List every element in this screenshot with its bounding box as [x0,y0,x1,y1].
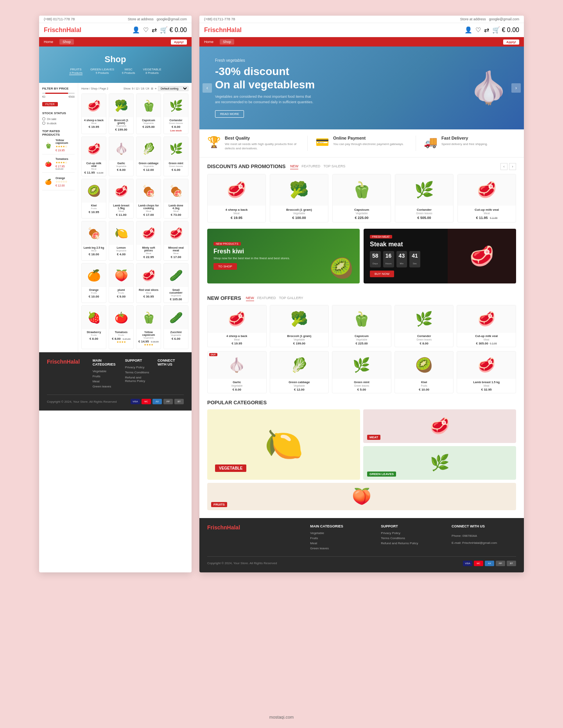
nav-shop[interactable]: Shop [59,39,74,45]
compare-icon-r[interactable]: ⇄ [484,26,489,34]
list-icon[interactable]: ≡ [155,87,156,90]
nav-home[interactable]: Home [44,40,53,44]
footer-privacy[interactable]: Privacy Policy [125,366,151,369]
discounts-prev[interactable]: ‹ [500,163,507,170]
footer-r-meat[interactable]: Meat [310,542,375,545]
user-icon[interactable]: 👤 [132,26,140,34]
offer-card-5[interactable]: 🥩 Cut-up milk veal Meat € 305.00 € 2.98 [457,305,516,347]
product-card-capsicum[interactable]: 🫑 Capsicum Vegetable € 225.00 [136,93,161,134]
product-card-minty[interactable]: 🥩 Minty soft pieces Meat € 22.95 [136,221,161,261]
product-card-zucchini[interactable]: 🥒 Zucchini Vegetable € 6.00 [163,305,188,349]
offer-card-r2-5[interactable]: 🥩 Lamb breast 1.5 kg Meat € 32.95 [457,351,516,393]
user-icon-r[interactable]: 👤 [464,26,472,34]
product-card-broccoli[interactable]: 🥦 Broccoli (1 gram) Vegetable € 199.00 [109,93,134,134]
offers-tab-gallery[interactable]: TOP GALLERY [279,295,303,301]
product-card-strawberry[interactable]: 77% 🍓 Strawberry Fruits € 8.00 [81,305,106,349]
cart-icon-r[interactable]: 🛒 € 0.00 [492,26,519,34]
nav-home-r[interactable]: Home [204,40,213,44]
offer-card-r2-2[interactable]: 🥬 Green cabbage Vegetable € 12.00 [270,351,329,393]
offer-card-4[interactable]: 🌿 Coriander Green leaves € 8.00 [394,305,454,347]
offer-card-r2-3[interactable]: 🌿 Green mint Green leaves € 5.00 [332,351,391,393]
product-card-green-cabbage[interactable]: 🥬 Green cabbage Vegetable € 12.00 [136,136,161,176]
discount-tab-new[interactable]: NEW [290,163,298,169]
product-card-lamb-breast[interactable]: 🥩 Lamb breast 1.5kg Meat € 11.00 [109,179,134,219]
hero-prev-btn[interactable]: ‹ [203,83,212,93]
steak-buy-btn[interactable]: BUY NOW [370,271,394,277]
product-card-sheep-back[interactable]: 🥩 4 sheep a back Meat € 19.95 [81,93,106,134]
offers-tab-new[interactable]: NEW [246,295,254,301]
footer-r-green[interactable]: Green leaves [310,547,375,550]
stock-radio-sale[interactable] [42,117,45,120]
disc-card-1[interactable]: 🥩 4 sheep a back Meat € 19.95 [207,174,266,222]
product-card-lamb-chops[interactable]: 🍖 Lamb chops for cooking Meat € 17.00 [136,179,161,219]
discounts-next[interactable]: › [509,163,516,170]
footer-link-meat[interactable]: Meat [93,380,119,383]
footer-link-green[interactable]: Green leaves [93,385,119,388]
filter-button[interactable]: FILTER [42,102,58,106]
product-card-orange2[interactable]: 🍊 Orange Fruits € 10.00 [81,263,106,303]
cat-tab-veg[interactable]: VEGETABLE8 Products [143,68,161,75]
price-range-bar[interactable] [42,93,75,94]
cat-tab-fruits[interactable]: FRUITS4 Products [69,68,82,75]
footer-link-fruits[interactable]: Fruits [93,375,119,378]
product-card-lemon[interactable]: 🍋 Lemon Vegetable € 4.00 [109,221,134,261]
product-card-minced[interactable]: 🥩 Minced veal meat Meat € 17.00 [163,221,188,261]
stock-in-stock[interactable]: In-stock [42,122,75,125]
product-card-coriander[interactable]: 🌿 Coriander Green leaves € 8.00Low stock [163,93,188,134]
cat-meat[interactable]: 🥩 MEAT [363,409,516,443]
logo-right[interactable]: FrischnHalal [204,27,242,34]
read-more-btn[interactable]: READ MORE [215,110,244,118]
top-rated-item-2[interactable]: 🍅 Tomatoes ★★★★☆ € 17.95 € 34.00 [42,158,75,173]
discount-tab-featured[interactable]: FEATURED [301,163,320,169]
top-rated-item-3[interactable]: 🍊 Orange ☆☆☆☆☆ € 12.00 [42,176,75,190]
footer-r-fruits[interactable]: Fruits [310,536,375,540]
product-card-red-veal[interactable]: 🥩 Red veal slices Meat € 30.95 [136,263,161,303]
footer-r-terms[interactable]: Terms Conditions [381,536,445,540]
stock-on-sale[interactable]: On sale [42,117,75,120]
compare-icon[interactable]: ⇄ [152,26,157,34]
logo[interactable]: FrischnHalal [44,27,81,34]
cat-tab-misc[interactable]: MISC6 Products [122,68,135,75]
apply-button[interactable]: Apply! [171,39,187,45]
grid-icon[interactable]: ⊞ [151,87,153,90]
stock-radio-instock[interactable] [42,122,45,125]
disc-card-5[interactable]: 🥩 Cut-up milk veal Meat € 11.95 € 2.98 [457,174,516,222]
discount-tab-top[interactable]: TOP SALERS [323,163,345,169]
top-rated-item-1[interactable]: 🫑 Yellow capsicum ★★★★☆ € 19.95 [42,139,75,154]
product-card-tomatoes2[interactable]: HOT 🍅 Tomatoes Fruits € 8.00 € 34.00 ★★★… [109,305,134,349]
disc-card-3[interactable]: 🫑 Capsicum Vegetable € 225.00 [332,174,391,222]
disc-card-4[interactable]: 🌿 Coriander Green leaves € 505.00 [395,174,454,222]
footer-link-veg[interactable]: Vegetable [93,369,119,373]
apply-button-r[interactable]: Apply! [503,39,519,45]
cat-tab-green[interactable]: GREEN LEAVES5 Products [90,68,114,75]
offers-tab-featured[interactable]: FEATURED [257,295,276,301]
product-card-garlic[interactable]: HOT 🧄 Garlic Vegetable € 8.00 [109,136,134,176]
offer-card-r2-4[interactable]: 🥝 Kiwi Fruits € 10.00 [394,351,454,393]
product-card-plumi[interactable]: 🍑 plumi Fruits € 9.00 [109,263,134,303]
product-card-lamb-leg[interactable]: 🍖 Lamb leg 2.5 kg Meat € 18.00 [81,221,106,261]
kiwi-shop-btn[interactable]: TO SHOP [213,263,237,270]
disc-card-2[interactable]: 🥦 Broccoli (1 gram) Vegetable € 100.00 [270,174,328,222]
sort-select[interactable]: Default sorting Price low to high Price … [158,86,188,91]
product-card-lamb-done[interactable]: SALE 🍖 Lamb done 4.1kg Meat € 73.00 [163,179,188,219]
wishlist-icon-r[interactable]: ♡ [475,26,481,34]
cat-fruits[interactable]: 🍑 FRUITS [207,483,516,510]
hero-next-btn[interactable]: › [511,83,521,93]
offer-card-1[interactable]: 🥩 4 sheep a back Meat € 19.95 [207,305,267,347]
footer-r-refund[interactable]: Refund and Returns Policy [381,542,445,545]
offer-card-r2-1[interactable]: OUT 🧄 Garlic Vegetable € 8.00 [207,351,267,393]
wishlist-icon[interactable]: ♡ [143,26,149,34]
offer-card-2[interactable]: 🥦 Broccoli (1 gram) Vegetable € 199.00 [270,305,329,347]
footer-terms[interactable]: Terms Conditions [125,371,151,374]
product-card-kiwi[interactable]: 🥝 Kiwi Fruits € 10.95 [81,179,106,219]
cat-green-leaves[interactable]: 🌿 GREEN LEAVES [363,446,516,480]
product-card-veal-cut[interactable]: HOT 🥩 Cut-up milk veal Meat € 11.95 € 2.… [81,136,106,176]
nav-shop-r[interactable]: Shop [220,39,234,45]
product-card-green-mint[interactable]: 🌿 Green mint Green leaves € 6.00 [163,136,188,176]
product-card-cucumber[interactable]: 🥒 Small cucumber Vegetable € 105.00 [163,263,188,303]
footer-refund[interactable]: Refund and Returns Policy [125,376,151,383]
product-card-yellow-cap[interactable]: HOT 🫑 Yellow capsicum Vegetable € 14.95 … [136,305,161,349]
cat-vegetable[interactable]: 🍋 VEGETABLE [207,409,360,480]
footer-r-veg[interactable]: Vegetable [310,531,375,535]
footer-r-privacy[interactable]: Privacy Policy [381,531,445,535]
